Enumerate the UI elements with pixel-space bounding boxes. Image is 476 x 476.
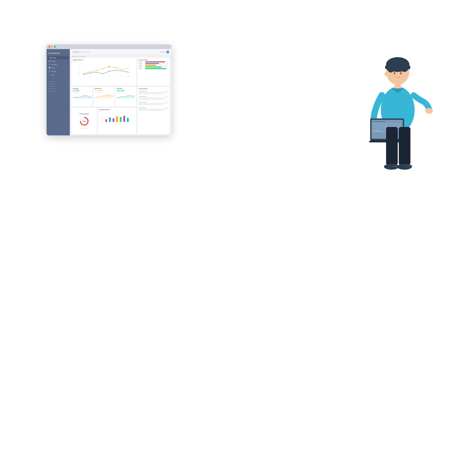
chevron-right-icon-3: ▶	[67, 88, 68, 89]
downloads-sparkline	[95, 94, 113, 98]
downloads-card: Downloads 2,142,950 *Lorem ipsum dolor	[94, 87, 115, 107]
app-header: Hi, John ! J	[70, 49, 171, 55]
avg-bar-fill-1	[145, 61, 165, 62]
sidebar-menu-item-2[interactable]: Your Menu 02 ▶	[47, 85, 70, 87]
svg-point-64	[385, 65, 389, 69]
sidebar-item-charts-label: Charts	[51, 61, 55, 62]
avg-bar-label-5: Chart 05	[138, 68, 144, 69]
avg-bar-track-4	[145, 67, 168, 68]
avg-charts-card: Average Charts Chart 01 Chart 02	[137, 58, 170, 86]
chat-icon: 💬	[49, 67, 50, 69]
bar-chart-subtitle: 100	[99, 111, 135, 112]
home-icon: 🏠	[50, 57, 51, 59]
svg-rect-71	[373, 121, 385, 122]
news-time-4: 10:02 AM	[165, 107, 168, 108]
svg-text:Jul: Jul	[127, 123, 128, 124]
sidebar-item-home[interactable]: 🏠 Home	[48, 56, 69, 59]
help-icon: ?	[49, 74, 50, 76]
avg-bar-fill-4	[145, 67, 161, 68]
sidebar-menu-item-3[interactable]: Your Menu 03 ▶	[47, 87, 70, 90]
sidebar-item-charts[interactable]: ▤ Charts	[47, 59, 70, 63]
news-item-2: someone@site.com 10:24 AM Lorem ipsum do…	[138, 95, 168, 101]
svg-point-19	[90, 73, 91, 73]
favorites-value: 232,000	[117, 89, 135, 92]
svg-rect-77	[399, 127, 410, 165]
svg-rect-66	[394, 83, 401, 89]
favorites-label: *Lorem ipsum dolor	[117, 92, 135, 93]
svg-point-18	[83, 74, 84, 75]
svg-point-12	[96, 70, 97, 71]
svg-point-17	[128, 68, 129, 69]
sidebar-item-help[interactable]: ? Help	[47, 73, 70, 76]
svg-text:500: 500	[78, 65, 80, 66]
svg-rect-46	[127, 118, 129, 122]
avg-bar-row-4: Chart 04	[138, 67, 168, 68]
sidebar-section-development: Development	[47, 80, 70, 83]
svg-text:Aug: Aug	[128, 76, 129, 77]
close-dot[interactable]	[49, 46, 50, 48]
sidebar-item-setting-label: Setting	[51, 71, 56, 72]
earnings-title: Earnings	[73, 88, 91, 89]
avg-charts-title: Average Charts	[138, 59, 168, 61]
svg-text:Apr: Apr	[117, 123, 118, 124]
avg-bar-label-3: Chart 03	[138, 65, 144, 66]
avg-bar-track-1	[145, 61, 168, 62]
svg-rect-44	[120, 117, 122, 122]
svg-rect-40	[105, 119, 107, 122]
dashboard-grid: Detailed Chart 01 100 500 400	[70, 58, 171, 136]
svg-text:Apr: Apr	[102, 76, 103, 77]
bar-chart-title: Detailed Chart 02	[99, 109, 135, 110]
sidebar-menu-item-4[interactable]: Your Menu 04 ▶	[47, 90, 70, 93]
sidebar-item-favorites[interactable]: ★ Favorites	[47, 63, 70, 66]
avg-bar-track-2	[145, 63, 168, 64]
news-time-1: 10:35 AM	[165, 91, 168, 92]
profile-title: Profile Strenght	[80, 113, 89, 115]
sidebar-divider	[49, 78, 68, 78]
sidebar-item-setting[interactable]: ⚙ Setting	[47, 70, 70, 73]
news-author-2: someone@site.com	[138, 96, 147, 97]
svg-point-80	[392, 165, 399, 167]
sidebar-item-home-label: Home	[52, 57, 56, 59]
svg-text:May: May	[120, 123, 121, 124]
news-list: someone@site.com 10:35 AM Lorem ipsum do…	[138, 90, 168, 112]
stats-row: Earnings $ 2723 *Lorem ipsum dolor	[71, 87, 136, 107]
maximize-dot[interactable]	[54, 46, 56, 48]
favorites-card: Favorites 232,000 *Lorem ipsum dolor	[115, 87, 136, 107]
svg-point-63	[384, 72, 388, 76]
profile-label: Lorem ipsum dolor	[81, 128, 88, 129]
svg-point-13	[102, 68, 103, 69]
donut-container: 75%	[79, 116, 89, 126]
chevron-right-icon-2: ▶	[67, 86, 68, 87]
svg-rect-74	[373, 131, 385, 132]
chevron-right-icon-4: ▶	[67, 91, 68, 92]
line-chart-card: Detailed Chart 01 100 500 400	[71, 58, 136, 86]
bottom-row: Profile Strenght 75% Lorem ipsum dolor	[71, 108, 136, 134]
news-text-4: Lorem ipsum dolor sit amet, consectetur …	[138, 108, 168, 111]
search-input[interactable]	[72, 51, 91, 53]
sidebar-item-chat[interactable]: 💬 Chat	[47, 66, 70, 70]
earnings-value: $ 2723	[73, 89, 91, 92]
profile-card: Profile Strenght 75% Lorem ipsum dolor	[71, 108, 97, 134]
sidebar-menu-item-1[interactable]: Your Menu 01 ▶	[47, 83, 70, 85]
favorites-title: Favorites	[117, 88, 135, 89]
svg-text:Feb: Feb	[89, 76, 91, 77]
avg-bar-track-3	[145, 65, 168, 66]
svg-point-21	[102, 73, 103, 74]
svg-rect-42	[113, 118, 115, 122]
svg-text:Mar: Mar	[113, 123, 115, 124]
minimize-dot[interactable]	[51, 46, 53, 48]
favorites-sparkline	[117, 94, 135, 99]
downloads-title: Downloads	[95, 88, 113, 89]
sidebar-item-favorites-label: Favorites	[51, 64, 57, 65]
sidebar-menu-4-label: Your Menu 04	[49, 91, 56, 92]
svg-text:Jul: Jul	[121, 76, 122, 77]
svg-text:200: 200	[78, 72, 80, 73]
sidebar-item-help-label: Help	[51, 74, 54, 76]
news-title: Recently News	[138, 88, 168, 89]
browser-window: DASHBOARD 🏠 Home ▤ Charts ★ Favorites 💬 …	[47, 44, 171, 136]
avg-bar-fill-2	[145, 63, 159, 64]
bar-chart-card: Detailed Chart 02 100	[98, 108, 136, 134]
svg-text:Jun: Jun	[124, 123, 125, 124]
avg-bar-label-2: Chart 02	[138, 63, 144, 64]
star-icon: ★	[49, 64, 50, 65]
